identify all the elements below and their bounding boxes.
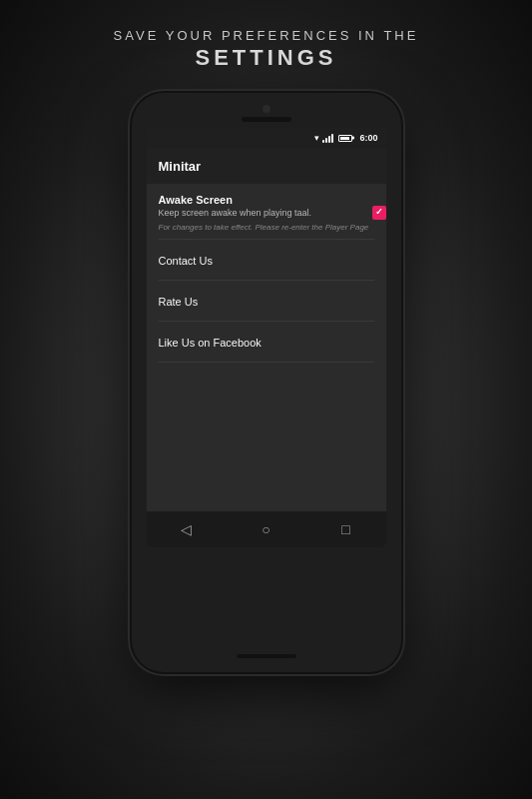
header-line1: SAVE YOUR PREFERENCES IN THE bbox=[114, 28, 419, 43]
rate-us-item[interactable]: Rate Us bbox=[147, 281, 386, 321]
settings-content: Awake Screen Keep screen awake when play… bbox=[147, 184, 386, 511]
like-facebook-label: Like Us on Facebook bbox=[159, 337, 262, 349]
header-line2: SETTINGS bbox=[114, 45, 419, 71]
app-title: Minitar bbox=[159, 159, 202, 174]
back-button[interactable]: ◁ bbox=[172, 514, 202, 544]
phone-screen: ▾ 6:00 Minitar A bbox=[147, 128, 386, 547]
recent-button[interactable]: □ bbox=[331, 514, 361, 544]
phone-shell: ▾ 6:00 Minitar A bbox=[132, 93, 401, 672]
navigation-bar: ◁ ○ □ bbox=[147, 511, 386, 547]
awake-screen-checkbox[interactable] bbox=[372, 206, 386, 220]
battery-icon bbox=[338, 135, 352, 142]
phone-bottom-bar bbox=[237, 654, 296, 658]
awake-screen-label: Awake Screen bbox=[159, 194, 374, 206]
wifi-icon: ▾ bbox=[314, 133, 319, 143]
status-time: 6:00 bbox=[359, 133, 377, 143]
header-text: SAVE YOUR PREFERENCES IN THE SETTINGS bbox=[114, 28, 419, 71]
awake-screen-note: For changes to take effect. Please re-en… bbox=[159, 223, 374, 233]
contact-us-label: Contact Us bbox=[159, 255, 213, 267]
status-icons: ▾ 6:00 bbox=[314, 133, 377, 143]
contact-us-item[interactable]: Contact Us bbox=[147, 240, 386, 280]
front-camera bbox=[263, 105, 270, 113]
like-facebook-item[interactable]: Like Us on Facebook bbox=[147, 322, 386, 362]
signal-icon bbox=[322, 133, 333, 143]
awake-screen-description: Keep screen awake when playing taal. bbox=[159, 208, 374, 220]
speaker-grill bbox=[242, 117, 291, 122]
rate-us-label: Rate Us bbox=[159, 296, 199, 308]
divider-4 bbox=[159, 362, 374, 363]
awake-screen-section: Awake Screen Keep screen awake when play… bbox=[147, 184, 386, 239]
home-button[interactable]: ○ bbox=[252, 514, 281, 544]
status-bar: ▾ 6:00 bbox=[147, 128, 386, 148]
app-bar: Minitar bbox=[147, 148, 386, 184]
